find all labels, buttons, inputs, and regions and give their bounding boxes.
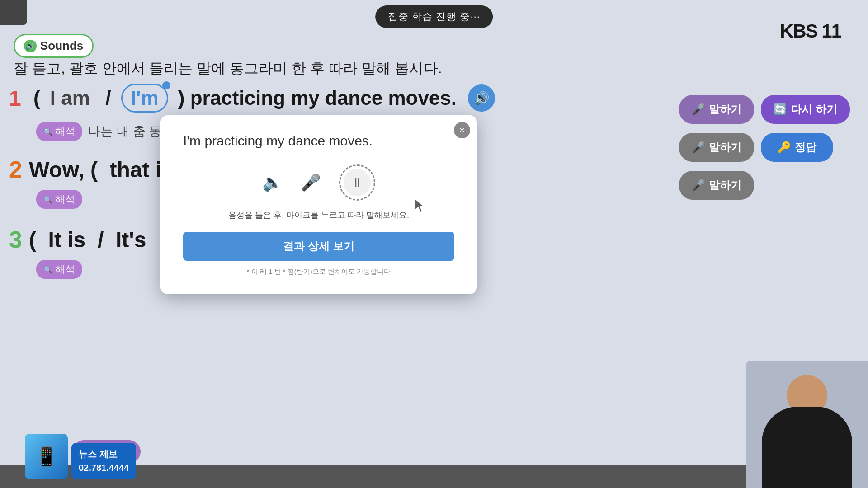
sounds-label: Sounds [40,39,83,53]
question-1-option-b-selected[interactable]: I'm [121,84,168,113]
malhagi-button-2[interactable]: 🎤 말하기 [679,133,754,162]
malhagi-button-3[interactable]: 🎤 말하기 [679,171,754,200]
kbs-logo: KBS 11 [780,20,841,42]
modal-dialog: × I'm practicing my dance moves. 🔈 🎤 ⏸ 음… [160,115,477,294]
modal-controls: 🔈 🎤 ⏸ [183,164,454,201]
haesuk-label-2: 해석 [55,192,75,206]
button-row-3: 🎤 말하기 [679,171,850,200]
instruction-text: 잘 듣고, 괄호 안에서 들리는 말에 동그라미 한 후 따라 말해 봅시다. [14,59,442,79]
key-icon: 🔑 [778,141,791,154]
modal-sentence: I'm practicing my dance moves. [183,133,454,149]
question-3-number: 3 [9,226,22,253]
sounds-badge: 🔊 Sounds [14,34,94,58]
translation-text-1: 나는 내 춤 동... [88,123,172,140]
button-row-2: 🎤 말하기 🔑 정답 [679,133,850,162]
question-1: 1 ( I am / I'm ) practicing my dance mov… [9,84,495,113]
haesuk-icon-1: 🔍 [43,127,52,136]
learning-status-badge: 집중 학습 진행 중··· [375,5,493,28]
news-icon-box: 📱 [25,434,68,479]
haesuk-icon-3: 🔍 [43,265,52,274]
pause-button[interactable]: ⏸ [339,164,375,201]
malhagi-label-3: 말하기 [709,178,741,192]
news-text-2: 02.781.4444 [79,461,129,474]
haesuk-button-2[interactable]: 🔍 해석 [36,190,82,209]
haesuk-icon-2: 🔍 [43,195,52,204]
jeongdap-label: 정답 [795,140,816,155]
modal-hint-text: 음성을 들은 후, 마이크를 누르고 따라 말해보세요. [183,210,454,221]
translation-row-3: 🔍 해석 [36,260,82,279]
jeongdap-button[interactable]: 🔑 정답 [761,133,833,162]
question-1-speaker-button[interactable]: 🔊 [468,84,495,112]
question-1-suffix: ) practicing my dance moves. [173,87,457,109]
phone-icon: 📱 [35,446,58,467]
top-bar-left [0,0,27,25]
malhagi-button-1[interactable]: 🎤 말하기 [679,95,754,124]
modal-footnote: * 이 레 1 번 * 점(반기)으로 변치이도 가능합니다 [183,267,454,276]
question-2: 2 Wow, ( that is [9,156,174,183]
question-1-paren-open: ( [28,87,40,109]
malhagi-label-2: 말하기 [709,140,741,155]
question-2-number: 2 [9,156,22,183]
question-1-slash: / [100,87,117,109]
translation-row-2: 🔍 해석 [36,190,82,209]
button-row-1: 🎤 말하기 🔄 다시 하기 [679,95,850,124]
mic-control[interactable]: 🎤 [301,173,321,192]
modal-close-button[interactable]: × [454,122,470,138]
news-text-1: 뉴스 제보 [79,447,129,461]
sounds-icon: 🔊 [24,40,37,52]
mic-icon-3: 🎤 [692,179,705,192]
anchor-background [746,361,868,488]
news-badge: 뉴스 제보 02.781.4444 [71,443,136,479]
malhagi-label-1: 말하기 [709,102,741,117]
pause-icon-inner: ⏸ [344,169,371,196]
haesuk-button-1[interactable]: 🔍 해석 [36,122,82,141]
dasi-label: 다시 하기 [791,102,837,117]
haesuk-label-1: 해석 [55,125,75,138]
detail-result-button[interactable]: 결과 상세 보기 [183,232,454,261]
right-buttons-panel: 🎤 말하기 🔄 다시 하기 🎤 말하기 🔑 정답 🎤 말하기 [679,95,850,200]
dasi-hagi-button[interactable]: 🔄 다시 하기 [761,95,850,124]
question-1-number: 1 [9,86,21,111]
question-1-option-a: I am [45,87,96,109]
anchor-body [762,407,852,488]
haesuk-label-3: 해석 [55,263,75,276]
question-3: 3 ( It is / It's [9,226,146,253]
mic-icon-2: 🎤 [692,141,705,154]
anchor-video [746,361,868,488]
volume-control[interactable]: 🔈 [262,173,283,192]
question-2-text: Wow, ( that is [29,157,174,182]
news-section: 📱 뉴스 제보 02.781.4444 [25,434,136,479]
mic-icon-1: 🎤 [692,103,705,116]
question-3-text: ( It is / It's [29,227,146,252]
refresh-icon: 🔄 [774,103,787,116]
selection-dot [162,81,170,89]
translation-row-1: 🔍 해석 나는 내 춤 동... [36,122,172,141]
haesuk-button-3[interactable]: 🔍 해석 [36,260,82,279]
